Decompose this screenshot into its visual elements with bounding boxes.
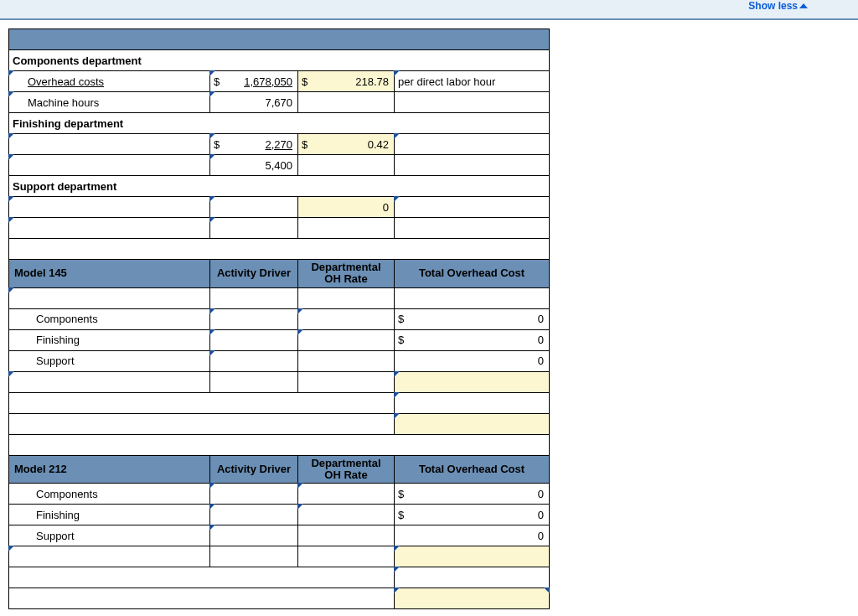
- components-rate-unit[interactable]: per direct labor hour: [395, 71, 550, 92]
- model212-finishing-rate[interactable]: [298, 505, 395, 525]
- model145-result1[interactable]: [395, 392, 550, 413]
- model145-h3: Departmental OH Rate: [298, 260, 395, 288]
- model145-components-driver[interactable]: [210, 308, 298, 329]
- model145-finishing-total: $0: [395, 329, 550, 350]
- model212-finishing-label: Finishing: [9, 505, 210, 525]
- model212-h2: Activity Driver: [210, 455, 298, 484]
- finishing-row1-label[interactable]: [9, 134, 210, 155]
- blank-cell: [298, 155, 395, 176]
- model212-h4: Total Overhead Cost: [395, 455, 550, 484]
- model212-subtotal[interactable]: [395, 546, 550, 567]
- model212-support-driver[interactable]: [210, 525, 298, 546]
- model145-finishing-rate[interactable]: [298, 329, 395, 350]
- finishing-row1-unit[interactable]: [395, 134, 550, 155]
- show-less-toggle[interactable]: Show less: [748, 0, 808, 12]
- blank-cell: [395, 218, 550, 239]
- table-header-bar: [9, 29, 550, 50]
- top-bar: Show less: [0, 0, 858, 20]
- model212-result2[interactable]: [395, 588, 550, 609]
- model145-h2: Activity Driver: [210, 260, 298, 288]
- blank-cell: [9, 392, 395, 413]
- finishing-row2-amount[interactable]: 5,400: [210, 155, 298, 176]
- model145-finishing-driver[interactable]: [210, 329, 298, 350]
- blank-cell: [9, 588, 395, 609]
- model212-finishing-total: $0: [395, 505, 550, 525]
- spreadsheet: Components department Overhead costs $1,…: [8, 28, 549, 609]
- support-title: Support department: [9, 176, 550, 197]
- blank-cell: [395, 92, 550, 113]
- spacer-row: [9, 434, 550, 455]
- svg-marker-0: [799, 3, 808, 8]
- support-row1-label[interactable]: [9, 197, 210, 218]
- model212-components-rate[interactable]: [298, 484, 395, 505]
- model145-title: Model 145: [9, 260, 210, 288]
- finishing-rate: $0.42: [298, 134, 395, 155]
- model212-components-total: $0: [395, 484, 550, 505]
- model145-components-total: $0: [395, 308, 550, 329]
- model212-support-label: Support: [9, 525, 210, 546]
- model145-support-label: Support: [9, 350, 210, 371]
- model212-h3: Departmental OH Rate: [298, 455, 395, 484]
- model145-support-driver[interactable]: [210, 350, 298, 371]
- components-mh-label[interactable]: Machine hours: [9, 92, 210, 113]
- blank-cell: [298, 218, 395, 239]
- components-rate: $218.78: [298, 71, 395, 92]
- blank-cell: [298, 525, 395, 546]
- blank-cell: [298, 92, 395, 113]
- model145-components-rate[interactable]: [298, 308, 395, 329]
- support-row2-amount[interactable]: [210, 218, 298, 239]
- support-row1-amount[interactable]: [210, 197, 298, 218]
- model145-finishing-label: Finishing: [9, 329, 210, 350]
- blank-cell: [9, 413, 395, 434]
- finishing-title: Finishing department: [9, 113, 550, 134]
- model212-components-label: Components: [9, 484, 210, 505]
- support-row2-label[interactable]: [9, 218, 210, 239]
- model212-extra-label[interactable]: [9, 546, 210, 567]
- model145-result2[interactable]: [395, 413, 550, 434]
- support-rate: 0: [298, 197, 395, 218]
- components-mh-amount[interactable]: 7,670: [210, 92, 298, 113]
- model145-extra-label[interactable]: [9, 371, 210, 392]
- spacer-row: [9, 239, 550, 260]
- model212-result1[interactable]: [395, 567, 550, 588]
- finishing-row1-amount[interactable]: $2,270: [210, 134, 298, 155]
- support-row1-unit[interactable]: [395, 197, 550, 218]
- model212-title: Model 212: [9, 455, 210, 484]
- components-overhead-amount[interactable]: $1,678,050: [210, 71, 298, 92]
- show-less-label: Show less: [748, 0, 798, 12]
- model145-blank-label[interactable]: [9, 287, 210, 308]
- model212-finishing-driver[interactable]: [210, 505, 298, 525]
- model145-h4: Total Overhead Cost: [395, 260, 550, 288]
- model145-components-label: Components: [9, 308, 210, 329]
- components-title: Components department: [9, 50, 550, 71]
- components-overhead-label[interactable]: Overhead costs: [9, 71, 210, 92]
- blank-cell: [298, 350, 395, 371]
- model212-components-driver[interactable]: [210, 484, 298, 505]
- finishing-row2-label[interactable]: [9, 155, 210, 176]
- model145-support-total: 0: [395, 350, 550, 371]
- caret-up-icon: [799, 3, 808, 9]
- model145-subtotal[interactable]: [395, 371, 550, 392]
- blank-cell: [9, 567, 395, 588]
- model212-support-total: 0: [395, 525, 550, 546]
- blank-cell: [395, 155, 550, 176]
